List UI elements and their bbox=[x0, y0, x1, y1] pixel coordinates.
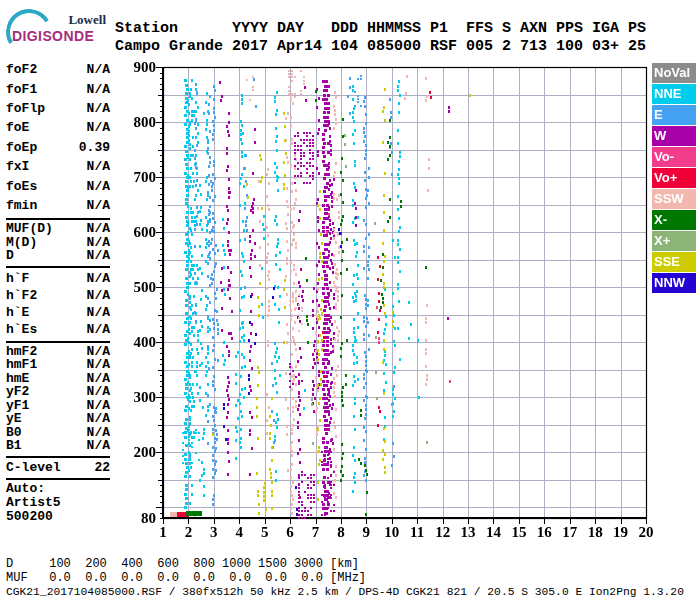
x-tick-label-17: 17 bbox=[557, 524, 583, 541]
legend-item-W: W bbox=[652, 126, 696, 146]
x-tick-label-12: 12 bbox=[430, 524, 456, 541]
x-tick-label-2: 2 bbox=[175, 524, 201, 541]
param-row-hEs: h`EsN/A bbox=[6, 321, 110, 338]
x-tick-label-10: 10 bbox=[379, 524, 405, 541]
x-tick-label-19: 19 bbox=[608, 524, 634, 541]
x-tick-label-7: 7 bbox=[303, 524, 329, 541]
param-row-yF2: yF2N/A bbox=[6, 385, 110, 399]
param-row-B1: B1N/A bbox=[6, 439, 110, 453]
section-divider bbox=[6, 341, 110, 343]
legend-item-Vo-: Vo- bbox=[652, 147, 696, 167]
param-value: N/A bbox=[87, 248, 110, 263]
param-value: 22 bbox=[94, 460, 110, 475]
param-value: N/A bbox=[87, 305, 110, 320]
lowell-digisonde-logo: Lowell DIGISONDE bbox=[6, 6, 114, 52]
x-tick-label-6: 6 bbox=[277, 524, 303, 541]
param-row-yE: yEN/A bbox=[6, 412, 110, 426]
param-label: foF2 bbox=[6, 62, 37, 77]
param-label: 500200 bbox=[6, 509, 53, 524]
x-tick-label-15: 15 bbox=[506, 524, 532, 541]
legend-item-X+: X+ bbox=[652, 231, 696, 251]
y-tick-label-400: 400 bbox=[124, 334, 156, 351]
legend-item-NNE: NNE bbox=[652, 84, 696, 104]
param-row-hmF2: hmF2N/A bbox=[6, 345, 110, 359]
param-row-foF1: foF1N/A bbox=[6, 79, 110, 98]
param-row-hE: h`EN/A bbox=[6, 304, 110, 321]
x-tick-label-8: 8 bbox=[328, 524, 354, 541]
y-tick-label-600: 600 bbox=[124, 224, 156, 241]
param-row-foFlp: foFlpN/A bbox=[6, 99, 110, 118]
x-tick-label-9: 9 bbox=[353, 524, 379, 541]
param-value: N/A bbox=[87, 101, 110, 116]
param-row-yF1: yF1N/A bbox=[6, 399, 110, 413]
y-tick-label-500: 500 bbox=[124, 279, 156, 296]
header-fields-row: Station YYYY DAY DDD HHMMSS P1 FFS S AXN… bbox=[115, 21, 646, 37]
y-tick-label-300: 300 bbox=[124, 389, 156, 406]
section-divider bbox=[6, 478, 110, 480]
x-tick-label-5: 5 bbox=[252, 524, 278, 541]
param-label: B1 bbox=[6, 438, 22, 453]
param-value: N/A bbox=[87, 288, 110, 303]
param-label: h`F2 bbox=[6, 288, 37, 303]
x-tick-label-18: 18 bbox=[582, 524, 608, 541]
param-row-foE: foEN/A bbox=[6, 118, 110, 137]
y-tick-label-700: 700 bbox=[124, 169, 156, 186]
param-value: N/A bbox=[87, 271, 110, 286]
x-tick-label-3: 3 bbox=[201, 524, 227, 541]
param-label: foE bbox=[6, 120, 29, 135]
param-label: fmin bbox=[6, 198, 37, 213]
section-divider bbox=[6, 218, 110, 220]
param-label: h`E bbox=[6, 305, 29, 320]
param-label: h`F bbox=[6, 271, 29, 286]
param-label: foF1 bbox=[6, 82, 37, 97]
y-tick-label-200: 200 bbox=[124, 444, 156, 461]
echo-type-legend: NoValNNEEWVo-Vo+SSWX-X+SSENNW bbox=[652, 63, 696, 294]
param-label: foEp bbox=[6, 140, 37, 155]
param-row-MD: M(D)N/A bbox=[6, 236, 110, 250]
param-label: Artist5 bbox=[6, 495, 61, 510]
param-value: N/A bbox=[87, 82, 110, 97]
param-value: N/A bbox=[87, 159, 110, 174]
param-row-fxI: fxIN/A bbox=[6, 157, 110, 176]
logo-digisonde-text: DIGISONDE bbox=[12, 28, 94, 44]
param-value: N/A bbox=[87, 179, 110, 194]
param-label: Auto: bbox=[6, 481, 45, 496]
param-value: N/A bbox=[87, 198, 110, 213]
param-value: N/A bbox=[87, 438, 110, 453]
param-value: 0.39 bbox=[79, 140, 110, 155]
x-tick-label-4: 4 bbox=[226, 524, 252, 541]
param-row-MUFD: MUF(D)N/A bbox=[6, 222, 110, 236]
param-row-foEp: foEp0.39 bbox=[6, 138, 110, 157]
digisonde-ionogram-window: Lowell DIGISONDE Station YYYY DAY DDD HH… bbox=[0, 0, 700, 600]
d-values-row: D 100 200 400 600 800 1000 1500 3000 [km… bbox=[6, 557, 359, 571]
legend-item-Vo+: Vo+ bbox=[652, 168, 696, 188]
file-info-line: CGK21_2017104085000.RSF / 380fx512h 50 k… bbox=[6, 586, 684, 598]
param-label: fxI bbox=[6, 159, 29, 174]
param-row-Artist5: Artist5 bbox=[6, 496, 110, 510]
y-tick-label-800: 800 bbox=[124, 114, 156, 131]
logo-lowell-text: Lowell bbox=[34, 12, 106, 28]
section-divider bbox=[6, 266, 110, 268]
param-row-Auto: Auto: bbox=[6, 482, 110, 496]
parameter-panel: foF2N/AfoF1N/AfoFlpN/AfoEN/AfoEp0.39fxIN… bbox=[6, 60, 110, 524]
param-label: C-level bbox=[6, 460, 61, 475]
param-row-Clevel: C-level22 bbox=[6, 460, 110, 475]
param-value: N/A bbox=[87, 120, 110, 135]
legend-item-NNW: NNW bbox=[652, 273, 696, 293]
param-value: N/A bbox=[87, 322, 110, 337]
x-tick-label-13: 13 bbox=[455, 524, 481, 541]
section-divider bbox=[6, 456, 110, 458]
param-value: N/A bbox=[87, 62, 110, 77]
x-tick-label-20: 20 bbox=[633, 524, 659, 541]
ionogram-plot-canvas[interactable] bbox=[141, 55, 661, 535]
param-row-hF: h`FN/A bbox=[6, 270, 110, 287]
param-label: foFlp bbox=[6, 101, 45, 116]
legend-item-E: E bbox=[652, 105, 696, 125]
x-tick-label-11: 11 bbox=[404, 524, 430, 541]
param-label: h`Es bbox=[6, 322, 37, 337]
x-tick-label-14: 14 bbox=[480, 524, 506, 541]
param-label: D bbox=[6, 248, 14, 263]
param-row-fmin: fminN/A bbox=[6, 196, 110, 215]
param-row-hF2: h`F2N/A bbox=[6, 287, 110, 304]
header-values-row: Campo Grande 2017 Apr14 104 085000 RSF 0… bbox=[115, 39, 646, 55]
